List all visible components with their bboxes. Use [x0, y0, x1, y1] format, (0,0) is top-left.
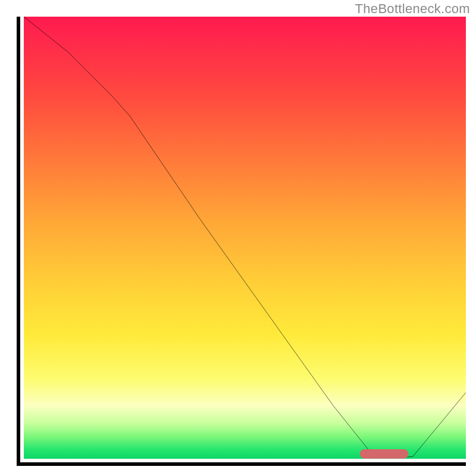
- curve-svg: [24, 17, 466, 459]
- marker-rect: [360, 449, 409, 459]
- curve-path: [24, 17, 466, 458]
- watermark-text: TheBottleneck.com: [355, 1, 470, 17]
- plot-area: [17, 17, 466, 466]
